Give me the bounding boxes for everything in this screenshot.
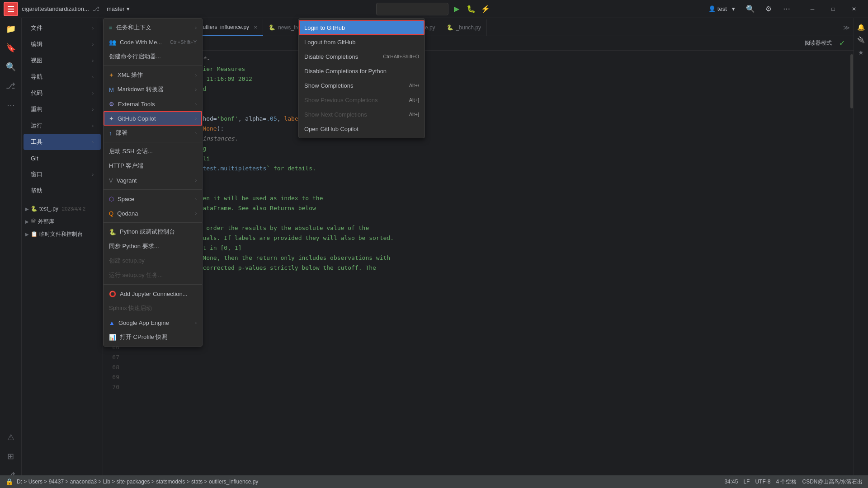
github-label: GitHub Copilot xyxy=(118,115,156,122)
sidebar-icon-problems[interactable]: ⚠ xyxy=(2,428,20,446)
tree-label-scratch: 临时文件和控制台 xyxy=(39,230,83,238)
github-copilot-submenu[interactable]: Login to GitHub Logout from GitHub Disab… xyxy=(298,18,425,138)
submenu-logout-github[interactable]: Logout from GitHub xyxy=(299,35,425,49)
sidebar-icon-project[interactable]: 📁 xyxy=(2,20,20,38)
profile-button[interactable]: 👤 test_ ▾ xyxy=(705,4,739,14)
nav-item-view[interactable]: 视图 › xyxy=(24,52,101,69)
tab-close-outliers[interactable]: ✕ xyxy=(254,25,257,30)
code-line-62: returned pandas DataFrame. See also Retu… xyxy=(125,203,850,213)
nav-item-tools[interactable]: 工具 › xyxy=(24,134,101,150)
submenu-login-github[interactable]: Login to GitHub xyxy=(299,20,425,35)
debug-button[interactable]: 🐛 xyxy=(465,3,477,15)
check-icon[interactable]: ✓ xyxy=(835,37,848,50)
code-line-55: Benjamini/Hochberg xyxy=(125,144,850,154)
tools-menu-item-xml[interactable]: ✦ XML 操作 › xyxy=(104,68,202,82)
tools-menu-item-python-console[interactable]: 🐍 Python 或调试控制台 xyxy=(104,225,202,239)
divider-1 xyxy=(104,66,202,66)
nav-item-refactor[interactable]: 重构 › xyxy=(24,101,101,117)
nav-item-help[interactable]: 帮助 xyxy=(24,183,101,199)
github-icon: ✦ xyxy=(109,115,114,122)
tools-menu-item-cprofile[interactable]: 📊 打开 CProfile 快照 xyxy=(104,330,202,344)
submenu-open-github-copilot[interactable]: Open GitHub Copilot xyxy=(299,122,425,136)
nav-item-edit[interactable]: 编辑 › xyxy=(24,36,101,52)
sidebar-icon-more[interactable]: ⋯ xyxy=(2,96,20,114)
search-everywhere-button[interactable]: 🔍 xyxy=(744,3,757,15)
status-position[interactable]: 34:45 xyxy=(724,479,738,485)
tools-menu-item-vagrant[interactable]: V Vagrant › xyxy=(104,173,202,188)
tab-more-button[interactable]: ≫ xyxy=(839,19,854,36)
tools-menu-item-gae[interactable]: ▲ Google App Engine › xyxy=(104,315,202,330)
nav-item-tools-label: 工具 xyxy=(31,138,42,146)
submenu-disable-completions-python[interactable]: Disable Completions for Python xyxy=(299,64,425,78)
right-icon-bookmarks[interactable]: ★ xyxy=(856,47,867,58)
sidebar-icon-bookmarks[interactable]: 🔖 xyxy=(2,39,20,57)
create-setup-left: 创建 setup.py xyxy=(109,257,145,265)
nav-arrow-tools: › xyxy=(92,140,94,145)
branch-name: master xyxy=(107,5,125,12)
tools-menu-item-codewithme[interactable]: 👥 Code With Me... Ctrl+Shift+Y xyxy=(104,35,202,49)
sidebar-icon-find[interactable]: 🔍 xyxy=(2,58,20,76)
nav-item-window[interactable]: 窗口 › xyxy=(24,166,101,183)
code-area[interactable]: 1 2 3 4 5 6 7 8 20 46 47 48 49 50 51 52 … xyxy=(103,51,854,475)
settings-button[interactable]: ⚙ xyxy=(762,3,775,15)
nav-item-window-label: 窗口 xyxy=(31,170,42,178)
tools-menu-item-http[interactable]: HTTP 客户端 xyxy=(104,159,202,173)
nav-item-run[interactable]: 运行 › xyxy=(24,117,101,134)
sidebar-icon-vcs[interactable]: ⎇ xyxy=(2,77,20,95)
submenu-show-completions[interactable]: Show Completions Alt+\ xyxy=(299,78,425,93)
tree-item-test[interactable]: ▶ 🐍 test_.py 2023/4/4 2 xyxy=(22,202,103,215)
scrollbar-track[interactable] xyxy=(850,51,854,475)
tree-arrow-scratch: ▶ xyxy=(25,232,29,237)
nav-item-git[interactable]: Git xyxy=(24,150,101,166)
tools-menu-item-tasks[interactable]: ≡ 任务和上下文 › xyxy=(104,20,202,35)
more-button[interactable]: ⋯ xyxy=(780,3,793,15)
minimize-button[interactable]: ─ xyxy=(802,0,823,18)
sidebar-icon-terminal[interactable]: ⊞ xyxy=(2,447,20,465)
submenu-disable-completions[interactable]: Disable Completions Ctrl+Alt+Shift+O xyxy=(299,49,425,64)
tools-menu-item-ssh[interactable]: 启动 SSH 会话... xyxy=(104,144,202,159)
close-button[interactable]: ✕ xyxy=(844,0,864,18)
nav-item-code[interactable]: 代码 › xyxy=(24,85,101,101)
status-indent[interactable]: 4 个空格 xyxy=(776,478,797,486)
tools-menu-item-space[interactable]: ⬡ Space › xyxy=(104,192,202,206)
hamburger-button[interactable] xyxy=(4,2,18,16)
xml-label: XML 操作 xyxy=(118,71,143,79)
tree-item-external-libs[interactable]: ▶ 🏛 外部库 xyxy=(22,215,103,228)
branch-selector[interactable]: master ▾ xyxy=(103,4,133,14)
right-icon-plugins[interactable]: 🔌 xyxy=(856,34,867,45)
right-icon-notifications[interactable]: 🔔 xyxy=(856,22,867,33)
tools-dropdown[interactable]: ≡ 任务和上下文 › 👥 Code With Me... Ctrl+Shift+… xyxy=(103,18,203,347)
tools-menu-item-github-copilot[interactable]: ✦ GitHub Copilot › xyxy=(104,111,202,126)
editor-area: 🐍 test_.py 🐍 frame.py 🐍 outliers_influen… xyxy=(103,18,854,488)
show-next-shortcut: Alt+] xyxy=(409,112,419,117)
tab-bunch-py[interactable]: 🐍 _bunch.py xyxy=(441,19,487,36)
tools-menu-item-external-tools[interactable]: ⚙ External Tools › xyxy=(104,97,202,111)
scrollbar-thumb[interactable] xyxy=(850,54,853,108)
nav-item-navigate[interactable]: 导航 › xyxy=(24,69,101,85)
run-config-input[interactable] xyxy=(376,3,448,15)
vcs-icon: ⎇ xyxy=(93,5,99,12)
tree-item-scratch[interactable]: ▶ 📋 临时文件和控制台 xyxy=(22,228,103,240)
open-github-copilot-label: Open GitHub Copilot xyxy=(304,126,359,132)
tab-bar: 🐍 test_.py 🐍 frame.py 🐍 outliers_influen… xyxy=(103,18,854,36)
tools-menu-item-sync-py[interactable]: 同步 Python 要求... xyxy=(104,239,202,253)
qodana-arrow: › xyxy=(195,211,197,216)
status-encoding[interactable]: UTF-8 xyxy=(755,479,770,485)
reader-mode-button[interactable]: 阅读器模式 xyxy=(805,39,832,47)
code-line-69: If cutoff is not None, then the return o… xyxy=(125,253,850,263)
nav-item-file[interactable]: 文件 › xyxy=(24,20,101,36)
project-tree: ▶ 🐍 test_.py 2023/4/4 2 ▶ 🏛 外部库 ▶ 📋 临时文件… xyxy=(22,199,103,240)
tools-menu-item-qodana[interactable]: Q Qodana › xyxy=(104,206,202,221)
run-button[interactable]: ▶ xyxy=(450,3,463,15)
status-line-ending[interactable]: LF xyxy=(743,479,750,485)
coverage-button[interactable]: ⚡ xyxy=(479,3,492,15)
md-label: Markdown 转换器 xyxy=(118,85,164,94)
tools-menu-item-deploy[interactable]: ↑ 部署 › xyxy=(104,126,202,140)
code-line-56: Benjamini/Yekutieli xyxy=(125,154,850,164)
tools-menu-item-cmdlauncher[interactable]: 创建命令行启动器... xyxy=(104,49,202,64)
tools-menu-item-markdown[interactable]: M Markdown 转换器 › xyxy=(104,82,202,97)
tree-label-ext: 外部库 xyxy=(38,218,54,225)
maximize-button[interactable]: □ xyxy=(823,0,844,18)
code-line-64: order : bool xyxy=(125,213,850,223)
tools-menu-item-jupyter[interactable]: ⭕ Add Jupyter Connection... xyxy=(104,286,202,301)
